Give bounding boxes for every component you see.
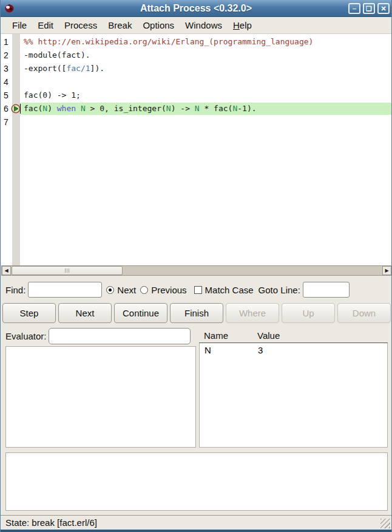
code-line-7[interactable]: 7	[1, 115, 392, 129]
code-segment-var: N	[166, 104, 171, 113]
next-radio[interactable]	[106, 286, 114, 294]
maximize-button[interactable]: ❏	[363, 3, 375, 14]
up-button: Up	[282, 303, 335, 323]
find-label: Find:	[5, 285, 25, 295]
breakpoint-gutter[interactable]	[12, 102, 20, 115]
previous-radio[interactable]	[140, 286, 148, 294]
attach-process-window: Attach Process <0.32.0> – ❏ ✕ FileEditPr…	[0, 0, 392, 532]
code-text: -export([fac/1]).	[20, 63, 392, 75]
bindings-pane: Name Value N3	[199, 328, 388, 448]
code-segment-plain: -export([	[24, 64, 66, 73]
code-segment-plain: fac(	[24, 104, 42, 113]
match-case-checkbox[interactable]	[194, 286, 202, 294]
scrollbar-thumb[interactable]	[12, 266, 123, 275]
line-number: 5	[1, 90, 12, 100]
code-line-4[interactable]: 4	[1, 75, 392, 89]
thumb-grip	[67, 268, 67, 273]
code-line-3[interactable]: 3-export([fac/1]).	[1, 62, 392, 75]
menu-file[interactable]: File	[7, 18, 32, 32]
evaluator-label: Evaluator:	[5, 331, 47, 341]
thumb-grip	[69, 268, 69, 273]
breakpoint-marker-icon[interactable]	[11, 104, 21, 114]
code-line-2[interactable]: 2-module(fact).	[1, 49, 392, 62]
code-text: -module(fact).	[20, 49, 392, 61]
window-title: Attach Process <0.32.0>	[1, 3, 391, 14]
breakpoint-gutter[interactable]	[12, 49, 20, 62]
binding-row[interactable]: N3	[200, 343, 387, 356]
code-view[interactable]: 1%% http://en.wikipedia.org/wiki/Erlang_…	[1, 34, 392, 265]
breakpoint-gutter[interactable]	[12, 89, 20, 102]
title-bar[interactable]: Attach Process <0.32.0> – ❏ ✕	[1, 0, 391, 17]
line-number: 7	[1, 117, 12, 127]
match-case-label[interactable]: Match Case	[205, 285, 254, 295]
menu-break[interactable]: Break	[103, 18, 137, 32]
code-text: fac(0) -> 1;	[20, 89, 392, 101]
window-bottom-edge	[1, 530, 391, 532]
scroll-left-icon[interactable]: ◀	[2, 266, 11, 275]
code-text: %% http://en.wikipedia.org/wiki/Erlang_(…	[20, 36, 392, 48]
where-button: Where	[226, 303, 279, 323]
minimize-button[interactable]: –	[348, 3, 360, 14]
status-text: State: break [fact.erl/6]	[5, 517, 97, 528]
next-button[interactable]: Next	[58, 303, 112, 323]
status-bar: State: break [fact.erl/6]	[1, 515, 391, 530]
value-column-header[interactable]: Value	[257, 330, 280, 341]
code-line-5[interactable]: 5fac(0) -> 1;	[1, 89, 392, 102]
line-number: 1	[1, 37, 12, 47]
code-segment-plain: ) ->	[171, 104, 195, 113]
code-segment-plain: * fac(	[200, 104, 233, 113]
line-number: 2	[1, 50, 12, 60]
code-text	[20, 116, 392, 128]
continue-button[interactable]: Continue	[114, 303, 167, 323]
goto-line-input[interactable]	[303, 282, 350, 298]
trace-pane[interactable]	[5, 452, 388, 511]
previous-radio-label[interactable]: Previous	[151, 285, 186, 295]
goto-line-label: Goto Line:	[259, 285, 300, 295]
bindings-body[interactable]: N3	[199, 343, 388, 448]
scroll-right-icon[interactable]: ▶	[382, 266, 391, 275]
code-line-1[interactable]: 1%% http://en.wikipedia.org/wiki/Erlang_…	[1, 35, 392, 49]
step-button[interactable]: Step	[2, 303, 56, 323]
close-button[interactable]: ✕	[377, 3, 390, 14]
binding-name: N	[200, 345, 258, 355]
find-input[interactable]	[28, 282, 102, 298]
breakpoint-gutter[interactable]	[12, 35, 20, 49]
name-column-header[interactable]: Name	[199, 330, 257, 341]
evaluator-row: Evaluator:	[1, 327, 198, 345]
code-segment-var: N	[42, 104, 47, 113]
resize-grip-icon[interactable]	[380, 519, 390, 528]
code-text: fac(N) when N > 0, is_integer(N) -> N * …	[20, 103, 392, 115]
code-segment-link: fac/1	[66, 64, 90, 73]
menu-help[interactable]: Help	[228, 18, 257, 32]
code-segment-plain: -module(fact).	[24, 50, 90, 60]
menu-bar: FileEditProcessBreakOptionsWindowsHelp	[1, 17, 391, 34]
down-button: Down	[337, 303, 391, 323]
code-segment-plain: > 0, is_integer(	[86, 104, 166, 113]
menu-windows[interactable]: Windows	[180, 18, 228, 32]
breakpoint-gutter[interactable]	[12, 115, 20, 129]
search-row: Find: Next Previous Match Case Goto Line…	[1, 278, 391, 301]
evaluator-input[interactable]	[49, 328, 191, 344]
next-radio-label[interactable]: Next	[117, 285, 136, 295]
code-segment-plain: fac(0) -> 1;	[24, 90, 81, 100]
code-segment-plain: ]).	[90, 64, 104, 73]
thumb-grip	[65, 268, 66, 273]
finish-button[interactable]: Finish	[170, 303, 223, 323]
menu-process[interactable]: Process	[59, 18, 103, 32]
code-segment-plain: )	[47, 104, 57, 113]
code-text	[20, 76, 392, 88]
code-segment-var: N	[195, 104, 200, 113]
evaluator-output-pane[interactable]	[5, 346, 196, 448]
code-line-6[interactable]: 6fac(N) when N > 0, is_integer(N) -> N *…	[1, 102, 392, 115]
bindings-header: Name Value	[199, 328, 388, 343]
breakpoint-gutter[interactable]	[12, 75, 20, 89]
horizontal-scrollbar[interactable]: ◀ ▶	[1, 265, 392, 276]
menu-options[interactable]: Options	[137, 18, 180, 32]
line-number: 3	[1, 64, 12, 73]
menu-edit[interactable]: Edit	[32, 18, 59, 32]
debug-toolbar: StepNextContinueFinishWhereUpDown	[2, 303, 391, 323]
code-segment-plain: -1).	[237, 104, 256, 113]
line-number: 4	[1, 77, 12, 87]
code-lines: 1%% http://en.wikipedia.org/wiki/Erlang_…	[1, 34, 392, 129]
breakpoint-gutter[interactable]	[12, 62, 20, 75]
